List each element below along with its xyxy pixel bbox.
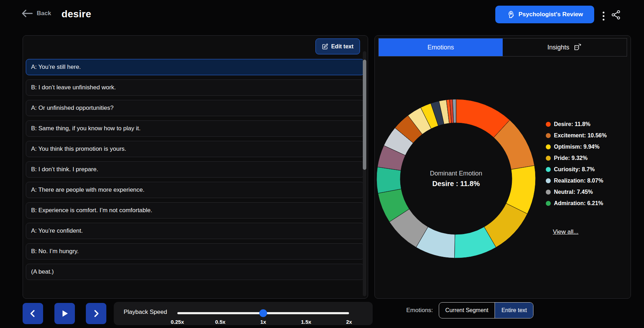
tab-emotions[interactable]: Emotions: [379, 38, 503, 56]
share-icon[interactable]: [610, 8, 622, 22]
dialogue-line[interactable]: B: I don’t leave unfinished work.: [26, 79, 364, 96]
legend-text: Excitement: 10.56%: [554, 132, 607, 139]
dialogue-list: A: You’re still here.B: I don’t leave un…: [26, 59, 364, 280]
playback-speed-slider[interactable]: [177, 312, 349, 314]
speed-tick-label: 2x: [346, 319, 352, 325]
speed-tick-label: 1x: [260, 319, 266, 325]
legend-text: Optimism: 9.94%: [554, 144, 599, 150]
legend-item: Realization: 8.07%: [546, 178, 607, 184]
legend-item: Desire: 11.8%: [546, 121, 607, 127]
emotions-toggle-label: Emotions:: [406, 307, 433, 314]
legend-item: Admiration: 6.21%: [546, 200, 607, 207]
review-button-label: Psychologist's Review: [519, 11, 583, 18]
previous-segment-button[interactable]: [23, 303, 43, 324]
script-panel: Edit text A: You’re still here.B: I don’…: [23, 35, 368, 299]
playback-speed-panel: Playback Speed 0.25x0.5x1x1.5x2x: [114, 302, 373, 325]
more-options-icon[interactable]: [601, 9, 606, 23]
legend-text: Curiosity: 8.7%: [554, 166, 595, 173]
speed-tick-label: 0.25x: [171, 319, 184, 325]
legend-color-dot: [546, 156, 551, 161]
play-icon: [61, 309, 69, 318]
legend-color-dot: [546, 133, 551, 138]
tab-emotions-label: Emotions: [427, 44, 454, 51]
back-button[interactable]: Back: [20, 9, 51, 18]
psychologist-review-button[interactable]: Psychologist's Review: [495, 6, 594, 23]
header: Back desire Psychologist's Review: [0, 0, 644, 32]
toggle-option-current-segment[interactable]: Current Segment: [439, 303, 495, 318]
dialogue-line[interactable]: (A beat.): [26, 264, 364, 280]
tab-bar: Emotions Insights: [378, 38, 627, 56]
next-segment-button[interactable]: [86, 303, 106, 324]
legend-color-dot: [546, 167, 551, 172]
segmented-control: Current SegmentEntire text: [439, 302, 534, 318]
playback-speed-label: Playback Speed: [124, 309, 167, 316]
dialogue-line[interactable]: A: There are people with more experience…: [26, 182, 364, 198]
speed-tick-label: 0.5x: [215, 319, 225, 325]
donut-segment[interactable]: [377, 167, 401, 193]
legend-text: Neutral: 7.45%: [554, 189, 593, 195]
legend-text: Pride: 9.32%: [554, 155, 587, 161]
dialogue-line[interactable]: B: No. I’m hungry.: [26, 243, 364, 260]
legend-color-dot: [546, 190, 551, 195]
psychologist-head-gear-icon: [507, 10, 515, 19]
legend-color-dot: [546, 144, 551, 149]
emotion-legend: Desire: 11.8%Excitement: 10.56%Optimism:…: [546, 121, 607, 207]
legend-item: Pride: 9.32%: [546, 155, 607, 161]
legend-color-dot: [546, 201, 551, 206]
legend-item: Optimism: 9.94%: [546, 144, 607, 150]
edit-pencil-icon: [322, 43, 328, 50]
dialogue-line[interactable]: A: Or unfinished opportunities?: [26, 100, 364, 116]
back-label: Back: [37, 10, 51, 17]
speed-tick-labels: 0.25x0.5x1x1.5x2x: [177, 319, 349, 324]
dialogue-line[interactable]: A: You’re confident.: [26, 223, 364, 239]
chevron-left-icon: [29, 309, 37, 318]
dialogue-line[interactable]: B: Experience is comfort. I’m not comfor…: [26, 202, 364, 219]
scrollbar-thumb[interactable]: [363, 60, 366, 170]
legend-item: Neutral: 7.45%: [546, 189, 607, 195]
page-title: desire: [61, 8, 91, 20]
legend-text: Admiration: 6.21%: [554, 200, 603, 207]
analysis-panel: Emotions Insights Dominant Emotion Desir…: [374, 35, 631, 299]
dialogue-line[interactable]: A: You think this promotion is yours.: [26, 141, 364, 157]
insights-sparkle-face-icon: [573, 43, 582, 52]
legend-text: Realization: 8.07%: [554, 178, 603, 184]
slider-thumb[interactable]: [259, 309, 267, 317]
dialogue-line[interactable]: B: Same thing, if you know how to play i…: [26, 120, 364, 137]
legend-color-dot: [546, 122, 551, 127]
edit-button-label: Edit text: [331, 43, 353, 50]
play-button[interactable]: [54, 303, 75, 324]
chevron-right-icon: [92, 309, 100, 318]
legend-color-dot: [546, 178, 551, 183]
emotion-donut-chart[interactable]: [376, 98, 537, 259]
emotions-scope-toggle-row: Emotions: Current SegmentEntire text: [406, 302, 533, 318]
speed-tick-label: 1.5x: [301, 319, 311, 325]
legend-text: Desire: 11.8%: [554, 121, 590, 127]
edit-text-button[interactable]: Edit text: [315, 38, 360, 54]
view-all-link[interactable]: View all...: [553, 228, 578, 235]
tab-insights[interactable]: Insights: [503, 38, 627, 56]
scrollbar-track[interactable]: [363, 51, 366, 296]
dialogue-line[interactable]: A: You’re still here.: [26, 59, 364, 75]
tab-insights-label: Insights: [547, 44, 569, 51]
dialogue-line[interactable]: B: I don’t think. I prepare.: [26, 161, 364, 178]
back-arrow-icon: [20, 9, 33, 18]
toggle-option-entire-text[interactable]: Entire text: [495, 303, 533, 318]
legend-item: Excitement: 10.56%: [546, 132, 607, 139]
legend-item: Curiosity: 8.7%: [546, 166, 607, 173]
